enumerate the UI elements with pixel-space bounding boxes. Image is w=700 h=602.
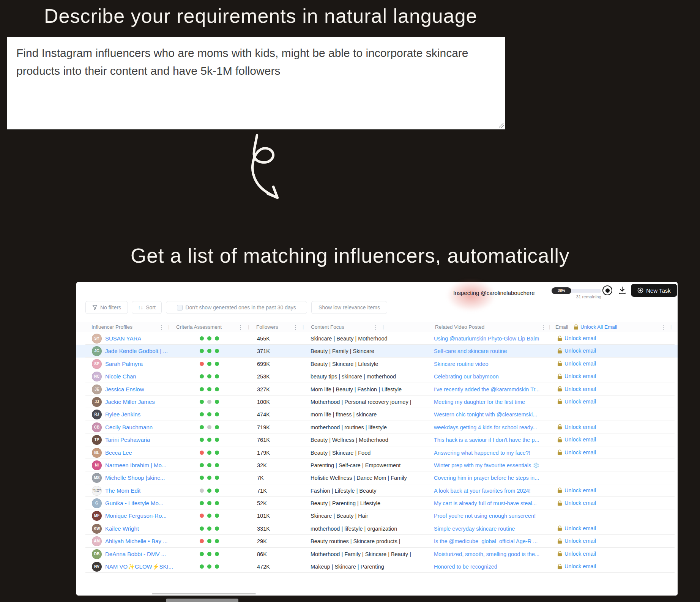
new-task-button[interactable]: New Task [631,284,677,297]
unlock-email-button[interactable]: Unlock email [557,437,596,443]
green-criteria-dot [215,362,219,366]
followers-count: 29K [257,538,267,544]
unlock-email-button[interactable]: Unlock email [557,551,596,557]
related-video-link[interactable]: Answering what happened to my face?! [434,450,530,456]
green-criteria-dot [200,438,204,442]
related-video-link[interactable]: I've recently added the @karammdskin Tr.… [434,386,540,392]
column-menu-icon[interactable] [662,325,664,330]
column-separator: | [248,324,249,329]
influencer-name-link[interactable]: Jessica Enslow [105,386,144,392]
unlock-email-button[interactable]: Unlock email [557,525,596,531]
horizontal-scrollbar[interactable] [152,593,256,594]
related-video-link[interactable]: A look back at your favorites from 2024! [434,488,531,494]
related-video-link[interactable]: Western chic tonight with @clearstemski.… [434,411,537,418]
unlock-email-label: Unlock email [564,449,596,455]
avatar: KW [92,524,102,534]
avatar: AM [92,536,102,546]
influencer-name-link[interactable]: Nicole Chan [105,373,136,380]
related-video-link[interactable]: This hack is a saviour if I don't have t… [434,437,539,443]
green-criteria-dot [207,412,211,416]
unlock-email-button[interactable]: Unlock email [557,424,596,430]
influencer-name-link[interactable]: The Mom Edit [105,487,140,494]
column-menu-icon[interactable] [375,325,377,330]
influencer-name-link[interactable]: Jackie Miller James [105,399,155,405]
dont-show-generated-toggle[interactable]: Don't show generated ones in the past 30… [166,301,307,314]
followers-count: 179K [257,450,270,456]
checkbox-icon[interactable] [177,305,183,310]
content-focus: Makeup | Skincare | Parenting [311,564,384,570]
related-video-link[interactable]: Moisturized, smooth, smelling good is th… [434,551,539,557]
related-video-link[interactable]: Using @naturiumskin Phyto-Glow Lip Balm [434,336,539,342]
unlock-email-button[interactable]: Unlock email [557,538,596,544]
related-video-link[interactable]: Winter prep with my favourite essentials… [434,462,539,469]
unlock-all-email-button[interactable]: Unlock All Email [574,324,617,330]
influencer-name-link[interactable]: Jade Kendle Godbolt | ... [105,348,168,354]
unlock-email-button[interactable]: Unlock email [557,487,596,493]
unlock-email-button[interactable]: Unlock email [557,449,596,455]
unlock-email-button[interactable]: Unlock email [557,373,596,379]
content-focus: Holistic Wellness | Dance Mom | Family [311,475,407,481]
sort-button[interactable]: ↑↓ Sort [132,301,162,314]
bottom-scrubber[interactable] [166,599,238,602]
criteria-dots [200,438,219,442]
influencer-name-link[interactable]: Monique Ferguson-Ro... [105,512,167,519]
green-criteria-dot [215,552,219,556]
influencer-name-link[interactable]: Becca Lee [105,449,132,456]
influencer-name-link[interactable]: Tarini Peshawaria [105,437,150,443]
red-criteria-dot [200,451,204,455]
influencer-name-link[interactable]: Michelle Shoop |skinc... [105,474,165,481]
followers-count: 371K [257,348,270,354]
related-video-link[interactable]: Meeting my daughter for the first time [434,399,525,405]
related-video-link[interactable]: Is the @medicube_global_official Age-R .… [434,538,538,544]
influencer-name-link[interactable]: Ahliyah Michelle • Bay ... [105,538,168,544]
influencer-name-link[interactable]: Kailee Wright [105,525,139,532]
influencer-name-link[interactable]: NAM VO✨GLOW⚡SKI... [105,563,173,570]
column-menu-icon[interactable] [295,325,296,330]
related-video-link[interactable]: Covering him in prayer before he steps i… [434,475,539,481]
column-menu-icon[interactable] [240,325,241,330]
column-menu-icon[interactable] [542,325,544,330]
green-criteria-dot [207,539,211,543]
influencer-name-link[interactable]: SUSAN YARA [105,335,141,342]
related-video-link[interactable]: Celebrating our babymoon [434,373,499,380]
influencer-name-link[interactable]: Gunika - Lifestyle Mo... [105,500,163,506]
textarea-resize-handle[interactable] [499,123,504,128]
unlock-email-button[interactable]: Unlock email [557,386,596,392]
related-video-link[interactable]: weekdays getting 4 kids for school ready… [434,424,537,430]
related-video-link[interactable]: Skincare routine video [434,361,488,367]
table-row: AM Ahliyah Michelle • Bay ... 29K Beauty… [76,535,678,547]
red-criteria-dot [200,514,204,518]
show-low-relevance-button[interactable]: Show low relevance items [311,301,387,314]
unlock-email-label: Unlock email [564,399,596,405]
unlock-email-button[interactable]: Unlock email [557,399,596,405]
influencer-name-link[interactable]: DeAnna Bobbi - DMV ... [105,551,166,557]
green-criteria-dot [215,463,219,467]
influencer-name-link[interactable]: Sarah Palmyra [105,361,143,367]
influencer-name-link[interactable]: Cecily Bauchmann [105,424,153,430]
content-focus: motherhood | routines | lifestyle [311,424,387,430]
related-video-link[interactable]: Proof you're not using enough sunscreen! [434,513,536,519]
unlock-email-button[interactable]: Unlock email [557,500,596,506]
requirements-textarea[interactable]: Find Instagram influencers who are moms … [7,37,505,129]
download-icon[interactable] [618,286,627,295]
table-row: BL Becca Lee 179K Beauty | Skincare | Fo… [76,446,678,459]
influencer-name-link[interactable]: Narmeen Ibrahim | Mo... [105,462,166,468]
related-video-link[interactable]: Self-care and skincare routine [434,348,507,354]
followers-count: 761K [257,437,270,443]
column-menu-icon[interactable] [161,325,162,330]
unlock-email-button[interactable]: Unlock email [557,335,596,341]
influencer-name-link[interactable]: Rylee Jenkins [105,411,140,418]
unlock-email-button[interactable]: Unlock email [557,563,596,569]
related-video-link[interactable]: Honored to be recognized [434,564,497,570]
unlock-email-button[interactable]: Unlock email [557,361,596,367]
gray-criteria-dot [200,489,204,493]
unlock-email-button[interactable]: Unlock email [557,348,596,354]
stop-record-icon[interactable] [602,285,612,295]
content-focus: Skincare | Beauty | Hair [311,513,368,519]
green-criteria-dot [215,476,219,480]
no-filters-button[interactable]: No filters [85,301,128,314]
related-video-link[interactable]: My cart is already full of must-have ste… [434,500,537,506]
column-separator: | [303,324,304,329]
related-video-link[interactable]: Simple everyday skincare routine [434,526,515,532]
dont-show-generated-label: Don't show generated ones in the past 30… [185,304,296,310]
